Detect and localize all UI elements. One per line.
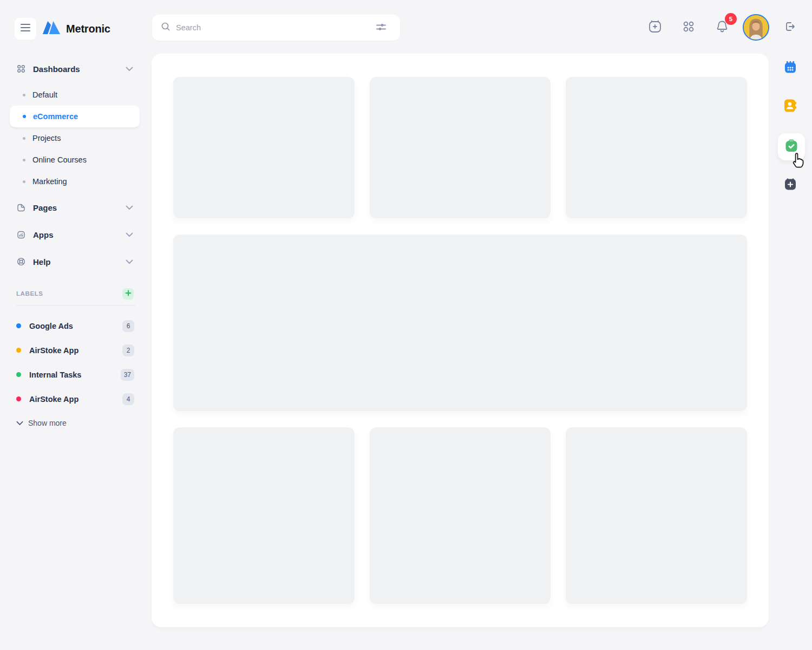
label-item-google-ads[interactable]: Google Ads 6: [0, 314, 141, 338]
brand-logo[interactable]: Metronic: [42, 20, 110, 38]
label-dot: [16, 372, 21, 377]
chart-square-icon: [16, 230, 26, 240]
hamburger-icon: [20, 23, 31, 34]
search-icon: [161, 22, 171, 34]
tasks-clipboard-icon: [783, 138, 800, 156]
logout-button[interactable]: [780, 17, 800, 37]
label-count-badge: 6: [122, 320, 134, 332]
sidebar-item-online-courses[interactable]: Online Courses: [10, 149, 140, 171]
label-count-badge: 4: [122, 393, 134, 405]
sidebar-section-help[interactable]: Help: [0, 251, 141, 272]
labels-title: LABELS: [16, 290, 122, 297]
labels-list: Google Ads 6 AirStoke App 2 Internal Tas…: [0, 314, 141, 411]
sidebar-section-pages[interactable]: Pages: [0, 197, 141, 218]
label-item-airstoke-app-2[interactable]: AirStoke App 4: [0, 387, 141, 411]
notifications-button[interactable]: 5: [712, 17, 732, 37]
avatar-image: [744, 15, 768, 40]
sidebar-item-default[interactable]: Default: [10, 84, 140, 106]
sidebar-item-projects[interactable]: Projects: [10, 127, 140, 149]
sidebar: Dashboards Default eCommerce Projects On…: [0, 54, 141, 430]
contacts-icon: [782, 98, 798, 116]
user-avatar[interactable]: [743, 14, 769, 41]
lifebuoy-icon: [16, 256, 26, 267]
label-name: AirStoke App: [29, 346, 122, 355]
bullet-icon: [23, 115, 26, 118]
label-name: AirStoke App: [29, 395, 122, 404]
placeholder-card: [566, 77, 747, 218]
chevron-down-icon: [126, 232, 133, 237]
placeholder-card: [370, 427, 551, 604]
section-label: Apps: [33, 230, 126, 239]
label-count-badge: 37: [121, 369, 134, 381]
menu-item-label: Marketing: [32, 177, 67, 186]
menu-item-label: Projects: [32, 134, 61, 142]
rail-contacts-button[interactable]: [780, 96, 801, 118]
apps-grid-icon: [682, 20, 695, 35]
rail-calendar-button[interactable]: [780, 57, 801, 79]
sidebar-item-marketing[interactable]: Marketing: [10, 171, 140, 192]
calendar-icon: [783, 60, 798, 77]
bullet-icon: [23, 180, 25, 183]
sidebar-section-apps[interactable]: Apps: [0, 224, 141, 245]
section-label: Help: [33, 257, 126, 266]
add-event-button[interactable]: [645, 17, 665, 37]
chevron-down-icon: [126, 205, 133, 210]
placeholder-card-wide: [173, 235, 747, 411]
sidebar-section-dashboards[interactable]: Dashboards: [0, 58, 141, 80]
menu-item-label: Default: [32, 90, 57, 99]
label-dot: [16, 323, 21, 328]
notification-badge: 5: [725, 13, 737, 25]
chevron-down-icon: [16, 419, 23, 427]
labels-divider: [16, 305, 135, 306]
search-bar[interactable]: [152, 15, 400, 41]
section-label: Pages: [33, 203, 126, 212]
show-more-button[interactable]: Show more: [0, 417, 141, 430]
menu-item-label: Online Courses: [32, 155, 87, 164]
logout-icon: [783, 20, 796, 35]
search-input[interactable]: [176, 23, 371, 32]
sidebar-item-ecommerce[interactable]: eCommerce: [10, 106, 140, 127]
label-count-badge: 2: [122, 344, 134, 356]
search-filter-button[interactable]: [371, 17, 391, 38]
filter-sliders-icon: [376, 23, 387, 33]
rail-notes-add-button[interactable]: [780, 174, 801, 196]
label-name: Internal Tasks: [29, 370, 121, 379]
label-item-airstoke-app[interactable]: AirStoke App 2: [0, 338, 141, 362]
show-more-label: Show more: [28, 419, 67, 427]
placeholder-card: [173, 427, 355, 604]
bullet-icon: [23, 159, 25, 161]
metronic-logo-icon: [42, 20, 61, 38]
document-icon: [16, 203, 26, 213]
placeholder-card: [370, 77, 551, 218]
chevron-down-icon: [126, 259, 133, 264]
label-item-internal-tasks[interactable]: Internal Tasks 37: [0, 362, 141, 387]
label-dot: [16, 396, 21, 401]
menu-item-label: eCommerce: [33, 112, 78, 121]
grid-icon: [16, 64, 26, 74]
plus-square-icon: [648, 20, 662, 35]
hamburger-menu-button[interactable]: [15, 18, 36, 40]
placeholder-card: [566, 427, 747, 604]
chevron-down-icon: [126, 67, 133, 72]
labels-header: LABELS: [0, 287, 141, 300]
placeholder-card: [173, 77, 355, 218]
label-name: Google Ads: [29, 322, 122, 330]
main-content-card: [152, 54, 769, 627]
label-dot: [16, 348, 21, 353]
notes-add-icon: [783, 177, 798, 194]
section-label: Dashboards: [33, 64, 126, 74]
brand-name: Metronic: [66, 23, 110, 35]
apps-launcher-button[interactable]: [678, 17, 699, 37]
bullet-icon: [23, 137, 25, 140]
plus-icon: [125, 290, 132, 298]
bullet-icon: [23, 94, 25, 96]
add-label-button[interactable]: [122, 288, 134, 300]
rail-tasks-button[interactable]: [778, 133, 805, 160]
